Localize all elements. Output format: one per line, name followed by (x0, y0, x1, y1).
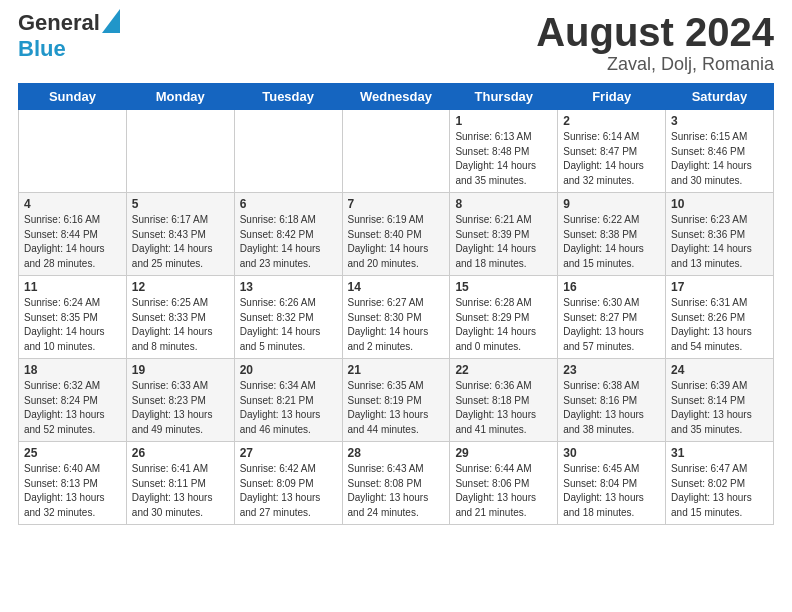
day-number: 15 (455, 280, 552, 294)
day-info: Sunrise: 6:36 AM Sunset: 8:18 PM Dayligh… (455, 379, 552, 437)
calendar-cell: 27Sunrise: 6:42 AM Sunset: 8:09 PM Dayli… (234, 442, 342, 525)
calendar-cell: 4Sunrise: 6:16 AM Sunset: 8:44 PM Daylig… (19, 193, 127, 276)
calendar-cell: 8Sunrise: 6:21 AM Sunset: 8:39 PM Daylig… (450, 193, 558, 276)
calendar-cell (19, 110, 127, 193)
day-number: 9 (563, 197, 660, 211)
calendar-cell: 1Sunrise: 6:13 AM Sunset: 8:48 PM Daylig… (450, 110, 558, 193)
calendar-cell: 26Sunrise: 6:41 AM Sunset: 8:11 PM Dayli… (126, 442, 234, 525)
day-number: 8 (455, 197, 552, 211)
logo-line1: General (18, 10, 120, 36)
day-number: 17 (671, 280, 768, 294)
day-number: 18 (24, 363, 121, 377)
day-number: 14 (348, 280, 445, 294)
day-number: 7 (348, 197, 445, 211)
calendar-cell: 28Sunrise: 6:43 AM Sunset: 8:08 PM Dayli… (342, 442, 450, 525)
day-number: 11 (24, 280, 121, 294)
calendar-table: SundayMondayTuesdayWednesdayThursdayFrid… (18, 83, 774, 525)
calendar-cell: 3Sunrise: 6:15 AM Sunset: 8:46 PM Daylig… (666, 110, 774, 193)
day-of-week-header: Tuesday (234, 84, 342, 110)
day-info: Sunrise: 6:21 AM Sunset: 8:39 PM Dayligh… (455, 213, 552, 271)
day-number: 1 (455, 114, 552, 128)
calendar-cell: 21Sunrise: 6:35 AM Sunset: 8:19 PM Dayli… (342, 359, 450, 442)
day-number: 16 (563, 280, 660, 294)
logo-blue-text: Blue (18, 36, 66, 61)
calendar-week-row: 1Sunrise: 6:13 AM Sunset: 8:48 PM Daylig… (19, 110, 774, 193)
day-info: Sunrise: 6:18 AM Sunset: 8:42 PM Dayligh… (240, 213, 337, 271)
day-info: Sunrise: 6:45 AM Sunset: 8:04 PM Dayligh… (563, 462, 660, 520)
day-info: Sunrise: 6:16 AM Sunset: 8:44 PM Dayligh… (24, 213, 121, 271)
day-number: 4 (24, 197, 121, 211)
day-info: Sunrise: 6:47 AM Sunset: 8:02 PM Dayligh… (671, 462, 768, 520)
day-info: Sunrise: 6:32 AM Sunset: 8:24 PM Dayligh… (24, 379, 121, 437)
day-number: 27 (240, 446, 337, 460)
day-info: Sunrise: 6:43 AM Sunset: 8:08 PM Dayligh… (348, 462, 445, 520)
day-info: Sunrise: 6:39 AM Sunset: 8:14 PM Dayligh… (671, 379, 768, 437)
day-number: 5 (132, 197, 229, 211)
day-number: 28 (348, 446, 445, 460)
calendar-cell: 17Sunrise: 6:31 AM Sunset: 8:26 PM Dayli… (666, 276, 774, 359)
calendar-cell: 19Sunrise: 6:33 AM Sunset: 8:23 PM Dayli… (126, 359, 234, 442)
day-info: Sunrise: 6:41 AM Sunset: 8:11 PM Dayligh… (132, 462, 229, 520)
calendar-week-row: 18Sunrise: 6:32 AM Sunset: 8:24 PM Dayli… (19, 359, 774, 442)
calendar-week-row: 4Sunrise: 6:16 AM Sunset: 8:44 PM Daylig… (19, 193, 774, 276)
calendar-cell: 10Sunrise: 6:23 AM Sunset: 8:36 PM Dayli… (666, 193, 774, 276)
day-of-week-header: Friday (558, 84, 666, 110)
day-number: 20 (240, 363, 337, 377)
calendar-cell: 15Sunrise: 6:28 AM Sunset: 8:29 PM Dayli… (450, 276, 558, 359)
day-number: 21 (348, 363, 445, 377)
day-info: Sunrise: 6:27 AM Sunset: 8:30 PM Dayligh… (348, 296, 445, 354)
day-of-week-header: Sunday (19, 84, 127, 110)
day-number: 31 (671, 446, 768, 460)
calendar-cell: 9Sunrise: 6:22 AM Sunset: 8:38 PM Daylig… (558, 193, 666, 276)
calendar-cell: 30Sunrise: 6:45 AM Sunset: 8:04 PM Dayli… (558, 442, 666, 525)
day-number: 19 (132, 363, 229, 377)
day-number: 6 (240, 197, 337, 211)
day-info: Sunrise: 6:28 AM Sunset: 8:29 PM Dayligh… (455, 296, 552, 354)
calendar-cell: 20Sunrise: 6:34 AM Sunset: 8:21 PM Dayli… (234, 359, 342, 442)
day-info: Sunrise: 6:22 AM Sunset: 8:38 PM Dayligh… (563, 213, 660, 271)
day-info: Sunrise: 6:40 AM Sunset: 8:13 PM Dayligh… (24, 462, 121, 520)
logo-blue: Blue (18, 36, 66, 62)
day-number: 29 (455, 446, 552, 460)
day-info: Sunrise: 6:31 AM Sunset: 8:26 PM Dayligh… (671, 296, 768, 354)
svg-marker-0 (102, 9, 120, 33)
day-number: 25 (24, 446, 121, 460)
day-info: Sunrise: 6:44 AM Sunset: 8:06 PM Dayligh… (455, 462, 552, 520)
day-info: Sunrise: 6:33 AM Sunset: 8:23 PM Dayligh… (132, 379, 229, 437)
calendar-cell (126, 110, 234, 193)
calendar-cell: 31Sunrise: 6:47 AM Sunset: 8:02 PM Dayli… (666, 442, 774, 525)
day-info: Sunrise: 6:24 AM Sunset: 8:35 PM Dayligh… (24, 296, 121, 354)
day-info: Sunrise: 6:14 AM Sunset: 8:47 PM Dayligh… (563, 130, 660, 188)
page: General Blue August 2024 Zaval, Dolj, Ro… (0, 0, 792, 535)
day-info: Sunrise: 6:25 AM Sunset: 8:33 PM Dayligh… (132, 296, 229, 354)
day-info: Sunrise: 6:38 AM Sunset: 8:16 PM Dayligh… (563, 379, 660, 437)
day-number: 13 (240, 280, 337, 294)
calendar-cell: 14Sunrise: 6:27 AM Sunset: 8:30 PM Dayli… (342, 276, 450, 359)
calendar-cell: 5Sunrise: 6:17 AM Sunset: 8:43 PM Daylig… (126, 193, 234, 276)
title-area: August 2024 Zaval, Dolj, Romania (536, 10, 774, 75)
calendar-cell: 11Sunrise: 6:24 AM Sunset: 8:35 PM Dayli… (19, 276, 127, 359)
day-of-week-header: Monday (126, 84, 234, 110)
calendar-week-row: 11Sunrise: 6:24 AM Sunset: 8:35 PM Dayli… (19, 276, 774, 359)
header: General Blue August 2024 Zaval, Dolj, Ro… (18, 10, 774, 75)
day-number: 23 (563, 363, 660, 377)
day-info: Sunrise: 6:13 AM Sunset: 8:48 PM Dayligh… (455, 130, 552, 188)
calendar-cell: 18Sunrise: 6:32 AM Sunset: 8:24 PM Dayli… (19, 359, 127, 442)
logo-general: General (18, 10, 100, 36)
calendar-week-row: 25Sunrise: 6:40 AM Sunset: 8:13 PM Dayli… (19, 442, 774, 525)
day-info: Sunrise: 6:15 AM Sunset: 8:46 PM Dayligh… (671, 130, 768, 188)
logo-triangle-icon (102, 9, 120, 33)
day-info: Sunrise: 6:19 AM Sunset: 8:40 PM Dayligh… (348, 213, 445, 271)
calendar-cell: 7Sunrise: 6:19 AM Sunset: 8:40 PM Daylig… (342, 193, 450, 276)
day-info: Sunrise: 6:30 AM Sunset: 8:27 PM Dayligh… (563, 296, 660, 354)
day-number: 3 (671, 114, 768, 128)
day-info: Sunrise: 6:42 AM Sunset: 8:09 PM Dayligh… (240, 462, 337, 520)
calendar-cell: 2Sunrise: 6:14 AM Sunset: 8:47 PM Daylig… (558, 110, 666, 193)
month-title: August 2024 (536, 10, 774, 54)
logo: General Blue (18, 10, 120, 62)
day-number: 30 (563, 446, 660, 460)
calendar-cell: 13Sunrise: 6:26 AM Sunset: 8:32 PM Dayli… (234, 276, 342, 359)
day-info: Sunrise: 6:26 AM Sunset: 8:32 PM Dayligh… (240, 296, 337, 354)
day-number: 26 (132, 446, 229, 460)
calendar-cell: 22Sunrise: 6:36 AM Sunset: 8:18 PM Dayli… (450, 359, 558, 442)
